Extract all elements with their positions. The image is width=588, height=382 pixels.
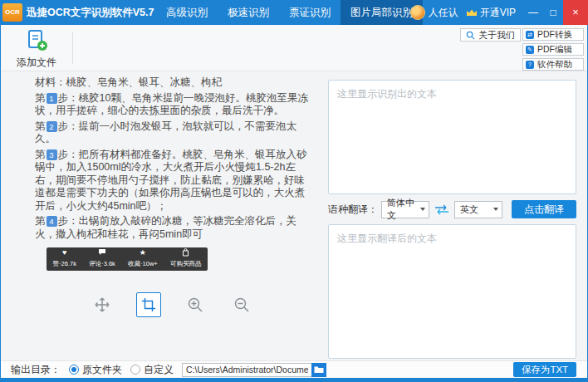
comment-icon — [98, 248, 106, 257]
target-language-value: 英文 — [460, 203, 478, 216]
toolbar-divider — [72, 32, 73, 64]
step-text: 步：把所有材料都准备好。桃胶、皂角米、银耳放入砂锅中，加入1500ml的冷水，大… — [35, 149, 307, 212]
crop-icon — [141, 297, 156, 312]
radio-custom-folder[interactable]: 自定义 — [130, 363, 174, 377]
pdf-edit-button[interactable]: ✎ PDF编辑 — [522, 43, 584, 56]
add-file-button[interactable]: 添加文件 — [11, 29, 62, 70]
radio-original-folder[interactable]: 原文件夹 — [69, 363, 122, 377]
radio-original-label: 原文件夹 — [82, 363, 122, 377]
software-help-label: 软件帮助 — [537, 59, 572, 71]
swap-languages-icon[interactable] — [434, 204, 450, 215]
pdf-convert-label: PDF转换 — [537, 29, 572, 41]
radio-custom-label: 自定义 — [144, 363, 174, 377]
software-help-button[interactable]: ? 软件帮助 — [522, 58, 584, 71]
move-icon — [94, 296, 110, 313]
minimize-button[interactable]: — — [523, 0, 543, 25]
pdf-edit-icon: ✎ — [526, 46, 534, 54]
image-preview: 材料：桃胶、皂角米、银耳、冰糖、枸杞 第1步：桃胶10颗、皂角米提前一晚浸泡好。… — [35, 76, 309, 271]
comment-count: 评论·3.6k — [89, 257, 115, 271]
step-text: 步：出锅前放入敲碎的冰糖，等冰糖完全溶化后，关火，撒入枸杞和桂花，再闷5min即… — [35, 215, 296, 240]
about-us-button[interactable]: 关于我们 — [460, 28, 521, 42]
pdf-edit-label: PDF编辑 — [537, 44, 572, 56]
step-badge: 1 — [47, 93, 57, 104]
step-badge: 2 — [47, 121, 57, 132]
add-file-icon — [26, 29, 48, 51]
output-bar: 输出目录： 原文件夹 自定义 保存为TXT — [1, 360, 587, 378]
browse-folder-button[interactable] — [311, 363, 326, 377]
stats-overlay: ♥ 赞·26.7k 评论·3.6k ★ 收藏·10w+ 可购买商品 — [47, 247, 208, 271]
pdf-convert-button[interactable]: ⇄ PDF转换 — [522, 28, 584, 41]
folder-icon — [314, 365, 324, 374]
preview-step-4: 第4步：出锅前放入敲碎的冰糖，等冰糖完全溶化后，关火，撒入枸杞和桂花，再闷5mi… — [35, 215, 309, 241]
zoom-out-icon — [233, 296, 250, 313]
target-language-select[interactable]: 英文 — [454, 201, 502, 218]
zoom-in-button[interactable] — [183, 292, 208, 317]
app-window: OCR 迅捷OCR文字识别软件V5.7 高级识别 极速识别 票证识别 图片局部识… — [0, 0, 588, 382]
help-icon: ? — [526, 61, 534, 69]
app-logo-icon: OCR — [2, 3, 22, 22]
radio-unselected-icon — [130, 365, 140, 375]
source-language-value: 简体中文 — [387, 197, 420, 222]
maximize-button[interactable]: □ — [543, 0, 563, 25]
chevron-down-icon — [420, 208, 425, 211]
step-text: 步：提前一小时泡发银耳，泡软就可以，不需要泡太久。 — [35, 120, 296, 145]
open-vip-button[interactable]: 开通VIP — [480, 6, 516, 20]
tab-fast-ocr[interactable]: 极速识别 — [218, 0, 279, 25]
shop-stat: 可购买商品 — [170, 248, 202, 271]
main-menu: 高级识别 极速识别 票证识别 图片局部识别 — [156, 0, 423, 25]
preview-step-2: 第2步：提前一小时泡发银耳，泡软就可以，不需要泡太久。 — [35, 120, 309, 146]
tab-ticket-ocr[interactable]: 票证识别 — [279, 0, 341, 25]
output-path-input[interactable] — [182, 363, 311, 377]
like-count: 赞·26.7k — [53, 257, 76, 271]
step-text: 第 — [35, 215, 46, 227]
translation-textarea[interactable] — [328, 224, 576, 359]
crop-tool-button[interactable] — [136, 292, 161, 317]
close-button[interactable]: × — [563, 0, 588, 25]
vip-crown-icon — [466, 8, 478, 17]
output-path-field — [182, 363, 326, 377]
preview-step-3: 第3步：把所有材料都准备好。桃胶、皂角米、银耳放入砂锅中，加入1500ml的冷水… — [35, 149, 309, 213]
source-language-select[interactable]: 简体中文 — [381, 201, 429, 218]
move-tool-button[interactable] — [90, 292, 115, 317]
translate-label: 语种翻译： — [328, 203, 378, 217]
heart-icon: ♥ — [62, 248, 66, 257]
preview-step-1: 第1步：桃胶10颗、皂角米提前一晚浸泡好。桃胶泡至果冻状，用手搓碎，细心的去拣里… — [35, 92, 309, 118]
star-icon: ★ — [140, 248, 146, 257]
window-title: 迅捷OCR文字识别软件V5.7 — [27, 0, 154, 25]
favorite-count: 收藏·10w+ — [128, 257, 158, 271]
zoom-out-button[interactable] — [229, 292, 254, 317]
shopping-bag-icon — [182, 248, 189, 257]
user-label[interactable]: 人任认 — [429, 6, 458, 20]
chevron-down-icon — [493, 208, 498, 211]
toolbar: 添加文件 关于我们 ⇄ PDF转换 ✎ PDF编辑 ? 软件帮助 — [1, 25, 587, 71]
shop-label: 可购买商品 — [170, 257, 202, 271]
preview-toolbar — [35, 292, 309, 317]
step-text: 步：桃胶10颗、皂角米提前一晚浸泡好。桃胶泡至果冻状，用手搓碎，细心的去拣里面的… — [35, 92, 308, 117]
search-icon — [466, 31, 475, 40]
preview-intro-line: 材料：桃胶、皂角米、银耳、冰糖、枸杞 — [35, 76, 309, 90]
titlebar-right: 人任认 开通VIP — □ × — [410, 0, 588, 25]
step-badge: 3 — [47, 149, 57, 160]
like-stat: ♥ 赞·26.7k — [53, 248, 76, 271]
window-bottom-edge — [0, 378, 588, 382]
add-file-label: 添加文件 — [11, 56, 62, 70]
tab-advanced-ocr[interactable]: 高级识别 — [156, 0, 218, 25]
user-avatar-icon[interactable] — [410, 5, 425, 20]
radio-selected-icon — [69, 365, 79, 375]
translate-button[interactable]: 点击翻译 — [512, 200, 576, 218]
step-text: 第 — [35, 120, 46, 132]
ocr-result-textarea[interactable] — [328, 80, 576, 194]
title-bar: OCR 迅捷OCR文字识别软件V5.7 高级识别 极速识别 票证识别 图片局部识… — [0, 0, 588, 25]
favorite-stat: ★ 收藏·10w+ — [128, 248, 158, 271]
translate-controls: 语种翻译： 简体中文 英文 点击翻译 — [328, 199, 576, 219]
about-us-label: 关于我们 — [478, 29, 515, 42]
step-text: 第 — [35, 149, 46, 160]
output-dir-label: 输出目录： — [11, 363, 61, 377]
step-text: 第 — [35, 92, 46, 104]
zoom-in-icon — [187, 296, 203, 313]
step-badge: 4 — [47, 216, 57, 227]
comment-stat: 评论·3.6k — [89, 248, 115, 271]
save-as-txt-button[interactable]: 保存为TXT — [513, 362, 576, 377]
pdf-convert-icon: ⇄ — [526, 31, 534, 39]
